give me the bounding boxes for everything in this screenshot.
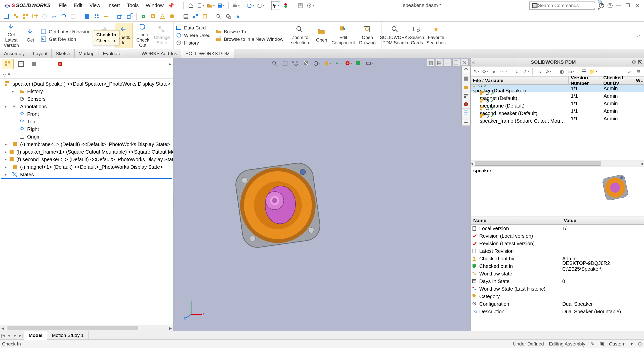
col-file[interactable]: File / Variable xyxy=(471,77,569,84)
open-drawing-button[interactable]: Open Drawing xyxy=(356,23,379,48)
fm-tab-display-icon[interactable] xyxy=(54,59,66,69)
pdm-tb-undo-icon[interactable]: ↺ xyxy=(544,67,552,76)
col-checked-out[interactable]: Checked Out By xyxy=(601,77,634,84)
q-instant3d-icon[interactable] xyxy=(201,12,209,21)
q-comp-window-icon[interactable] xyxy=(31,12,39,21)
tree-speaker-frame[interactable]: ▸(f) speaker_frame<1> (Square Cutout Mou… xyxy=(1,148,172,156)
favorite-searches-button[interactable]: ★Favorite Searches xyxy=(427,23,445,48)
q-smart-fastener-icon[interactable] xyxy=(102,12,110,21)
bt-first-icon[interactable]: |◂ xyxy=(0,331,6,340)
tree-annotations[interactable]: ▸AAnnotations xyxy=(1,103,172,110)
hu-display-style-icon[interactable] xyxy=(323,59,332,67)
tree-origin[interactable]: Origin xyxy=(1,133,172,141)
menu-insert[interactable]: Insert xyxy=(104,2,123,9)
tab-assembly[interactable]: Assembly xyxy=(0,49,29,58)
redo-icon[interactable] xyxy=(256,1,265,10)
menu-edit[interactable]: Edit xyxy=(71,2,85,9)
q-favorites-icon[interactable]: ★ xyxy=(234,12,242,21)
open-button[interactable]: Open xyxy=(313,23,330,48)
hu-hide-show-icon[interactable] xyxy=(334,59,342,67)
data-card-button[interactable]: Data Card xyxy=(176,25,211,31)
pdm-prop-row[interactable]: Latest Revision xyxy=(471,247,644,255)
browse-new-window-button[interactable]: Browse to in a New Window xyxy=(216,36,283,42)
print-icon[interactable] xyxy=(232,1,240,10)
undo-check-out-button[interactable]: Undo Check Out xyxy=(134,23,152,48)
new-doc-icon[interactable] xyxy=(197,1,205,10)
graphics-viewport[interactable]: ▥ ▤ — ❐ ✕ « xyxy=(174,58,470,331)
pdm-collapse-left-icon[interactable]: « xyxy=(292,59,294,65)
pdm-prop-row[interactable]: (X)DescriptionDual Speaker (Mountable) xyxy=(471,308,644,315)
q-move-icon[interactable] xyxy=(116,12,124,21)
file-props-icon[interactable] xyxy=(296,1,305,10)
command-search[interactable]: 🔲 🔍 ▾ xyxy=(529,2,595,10)
hu-apply-scene-icon[interactable] xyxy=(355,59,363,67)
status-badge-icon[interactable]: ▣ xyxy=(599,341,604,347)
pdm-tb-refresh-icon[interactable]: ⟳ xyxy=(481,67,489,76)
pdm-tb-state-icon[interactable]: ◐ xyxy=(557,67,566,76)
q-show-hidden-icon[interactable] xyxy=(139,12,148,21)
minimize-button[interactable]: — xyxy=(614,2,622,9)
hu-edit-appear-icon[interactable] xyxy=(344,59,353,67)
tree-right[interactable]: Right xyxy=(1,125,172,133)
pdm-search-button[interactable]: SOLIDWORKS PDM Search xyxy=(384,23,407,48)
menu-tools[interactable]: Tools xyxy=(124,2,142,9)
pdm-tb-play-icon[interactable]: ▸ xyxy=(490,67,498,76)
pdm-prop-row[interactable]: Category xyxy=(471,293,644,300)
tab-evaluate[interactable]: Evaluate xyxy=(99,49,124,58)
tp-resources-icon[interactable] xyxy=(462,66,470,74)
hu-zoom-area-icon[interactable] xyxy=(281,59,289,67)
pdm-collapse-icon[interactable]: « xyxy=(472,59,475,65)
get-revision-button[interactable]: RGet Revision xyxy=(41,36,91,42)
pdm-tb-select-icon[interactable]: ↖ xyxy=(472,67,480,76)
menu-view[interactable]: View xyxy=(87,2,103,9)
options-gear-icon[interactable] xyxy=(306,1,315,10)
tab-layout[interactable]: Layout xyxy=(29,49,52,58)
q-zoom-area-icon[interactable] xyxy=(224,12,233,21)
tp-file-explorer-icon[interactable] xyxy=(462,83,470,91)
pdm-row[interactable]: speaker_frame (Square Cutout Mou…1/1Admi… xyxy=(471,115,644,122)
tp-custom-props-icon[interactable] xyxy=(462,109,470,117)
fm-filter[interactable]: ▽ ▾ xyxy=(0,70,173,79)
rebuild-icon[interactable] xyxy=(281,1,290,10)
tree-front[interactable]: Front xyxy=(1,110,172,118)
home-icon[interactable] xyxy=(187,1,195,10)
tab-pdm[interactable]: SOLIDWORKS PDM xyxy=(181,49,234,58)
pdm-tb-checkin-icon[interactable]: ↘ xyxy=(535,67,543,76)
menu-window[interactable]: Window xyxy=(143,2,167,9)
save-icon[interactable] xyxy=(217,1,225,10)
select-arrow-icon[interactable] xyxy=(271,1,280,10)
pdm-prop-row[interactable]: ConfigurationDual Speaker xyxy=(471,300,644,308)
view-triad[interactable]: Y X Z xyxy=(184,301,204,321)
pdm-tb-checkout-icon[interactable]: ↗ xyxy=(522,67,530,76)
search-cards-button[interactable]: Search Cards xyxy=(408,23,426,48)
pdm-prop-row[interactable]: Days In State0 xyxy=(471,277,644,285)
zoom-to-selection-button[interactable]: Zoom to selection xyxy=(289,23,311,48)
q-zoom-fit-icon[interactable] xyxy=(214,12,223,21)
tree-history[interactable]: ▸History xyxy=(1,88,172,95)
fm-tab-config-icon[interactable] xyxy=(28,59,40,69)
pdm-tb-tree-icon[interactable]: ☵ xyxy=(580,67,588,76)
pdm-tb-card-icon[interactable]: ▭ xyxy=(567,67,575,76)
col-w[interactable]: W… xyxy=(634,77,644,84)
history-button[interactable]: History xyxy=(176,40,211,46)
vp-split-right-icon[interactable]: ▥ xyxy=(427,59,434,66)
status-tools-icon[interactable]: ✎ xyxy=(590,341,594,347)
tree-magnet[interactable]: ▸(-) magnet<1> (Default) <<Default>_Phot… xyxy=(1,163,172,171)
get-button[interactable]: Get xyxy=(22,23,39,48)
status-custom[interactable]: Custom xyxy=(609,341,625,347)
pdm-tb-get-icon[interactable]: ⤓ xyxy=(513,67,521,76)
restore-button[interactable]: ❐ xyxy=(624,2,631,9)
fm-horizontal-scrollbar[interactable]: ◂▸ xyxy=(0,325,173,331)
tree-mates[interactable]: ▸Mates xyxy=(1,171,172,179)
pdm-prop-row[interactable]: Workflow State (Last Historic) xyxy=(471,285,644,293)
col-version[interactable]: Version Number xyxy=(569,77,601,84)
q-rotate-icon[interactable] xyxy=(125,12,134,21)
user-icon[interactable] xyxy=(597,1,606,10)
tp-design-lib-icon[interactable] xyxy=(462,74,470,83)
command-search-input[interactable] xyxy=(538,3,597,8)
bt-next-icon[interactable]: ▸ xyxy=(12,331,18,340)
tp-forum-icon[interactable] xyxy=(462,117,470,126)
tree-second-speaker[interactable]: ▸(f) second_speaker<1> (Default) <<Defau… xyxy=(1,156,172,163)
pdm-prop-row[interactable]: Checked out inDESKTOP-9DQJ8R2 C:\2025\Sp… xyxy=(471,262,644,270)
q-ref-geom-icon[interactable] xyxy=(158,12,167,21)
